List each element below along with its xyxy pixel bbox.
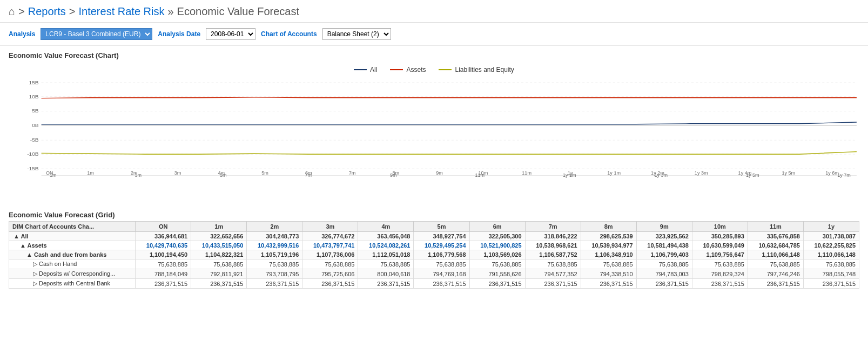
chart-svg: 15B 10B 5B 0B -5B -10B -15B ON 1m 2m 3m …	[9, 76, 859, 176]
row-value: 788,184,049	[136, 269, 191, 279]
analysis-date-label: Analysis Date	[158, 30, 200, 38]
row-value: 236,371,515	[469, 279, 525, 289]
row-value: 75,638,885	[469, 259, 525, 269]
svg-text:10B: 10B	[29, 94, 39, 99]
row-value: 793,708,795	[247, 269, 302, 279]
col-header-1y: 1y	[803, 222, 859, 232]
chart-area: All Assets Liabilities and Equity 15B 10…	[0, 62, 868, 208]
table-row: ▷ Deposits with Central Bank236,371,5152…	[9, 279, 859, 289]
row-value: 236,371,515	[247, 279, 302, 289]
x-label-mid-5: 5m	[220, 172, 227, 178]
row-value: 10,622,255,825	[803, 241, 859, 250]
row-value: 236,371,515	[191, 279, 247, 289]
row-value: 797,746,246	[748, 269, 803, 279]
legend-assets-label: Assets	[406, 66, 426, 74]
col-header-10m: 10m	[692, 222, 748, 232]
row-value: 798,829,324	[692, 269, 748, 279]
row-value: 75,638,885	[636, 259, 692, 269]
reports-link[interactable]: Reports	[28, 5, 66, 18]
svg-text:5B: 5B	[32, 108, 38, 114]
row-value: 75,638,885	[803, 259, 859, 269]
row-value: 792,811,921	[191, 269, 247, 279]
row-label: ▲ Assets	[9, 241, 136, 250]
svg-text:5m: 5m	[261, 171, 268, 176]
row-value: 795,725,606	[302, 269, 358, 279]
col-header-7m: 7m	[525, 222, 581, 232]
row-value: 326,774,672	[302, 232, 358, 241]
col-header-1m: 1m	[191, 222, 247, 232]
section-link[interactable]: Interest Rate Risk	[79, 5, 165, 18]
row-value: 10,429,740,635	[136, 241, 191, 250]
liabilities-line	[42, 152, 857, 155]
x-label-mid-1: 1m	[50, 172, 57, 178]
row-value: 794,783,003	[636, 269, 692, 279]
svg-text:3m: 3m	[174, 171, 181, 176]
svg-text:1y 1m: 1y 1m	[607, 171, 621, 176]
row-value: 1,100,194,450	[136, 250, 191, 259]
sep3: »	[167, 5, 173, 18]
table-row: ▷ Cash on Hand75,638,88575,638,88575,638…	[9, 259, 859, 269]
row-label: ▷ Deposits w/ Corresponding...	[9, 269, 136, 279]
row-value: 794,769,168	[414, 269, 469, 279]
row-value: 10,632,684,785	[748, 241, 803, 250]
row-value: 318,846,222	[525, 232, 581, 241]
chart-legend: All Assets Liabilities and Equity	[9, 64, 859, 76]
row-value: 798,055,748	[803, 269, 859, 279]
x-label-mid-1y1m: 1y 1m	[563, 172, 576, 178]
analysis-select[interactable]: LCR9 - Basel 3 Combined (EUR)	[41, 28, 152, 40]
svg-text:-15B: -15B	[27, 165, 38, 171]
toolbar: Analysis LCR9 - Basel 3 Combined (EUR) A…	[0, 23, 868, 46]
row-value: 800,040,618	[358, 269, 414, 279]
x-label-mid-3: 3m	[134, 172, 142, 178]
row-value: 1,107,736,006	[302, 250, 358, 259]
legend-all: All	[354, 66, 377, 74]
row-value: 1,103,569,026	[469, 250, 525, 259]
x-label-mid-1y5m: 1y 5m	[746, 172, 759, 178]
row-value: 10,432,999,516	[247, 241, 302, 250]
col-header-on: ON	[136, 222, 191, 232]
sep2: >	[69, 5, 76, 18]
svg-text:1y 3m: 1y 3m	[695, 171, 708, 176]
row-value: 363,456,048	[358, 232, 414, 241]
row-value: 236,371,515	[414, 279, 469, 289]
svg-text:11m: 11m	[522, 171, 531, 176]
row-value: 10,538,968,621	[525, 241, 581, 250]
row-label: ▷ Deposits with Central Bank	[9, 279, 136, 289]
all-line	[42, 122, 857, 124]
svg-text:15B: 15B	[29, 79, 39, 85]
x-label-mid-1y3m: 1y 3m	[654, 172, 668, 178]
col-header-8m: 8m	[581, 222, 636, 232]
coa-label: Chart of Accounts	[261, 30, 317, 38]
row-value: 75,638,885	[581, 259, 636, 269]
row-value: 1,106,348,910	[581, 250, 636, 259]
row-label: ▷ Cash on Hand	[9, 259, 136, 269]
row-value: 1,104,822,321	[191, 250, 247, 259]
svg-text:1y 5m: 1y 5m	[782, 171, 795, 176]
row-value: 301,738,087	[803, 232, 859, 241]
row-value: 75,638,885	[136, 259, 191, 269]
page-title: Economic Value Forecast	[177, 5, 299, 18]
coa-select[interactable]: Balance Sheet (2)	[322, 28, 391, 40]
table-row: ▲ All336,944,681322,652,656304,248,77332…	[9, 232, 859, 241]
svg-text:-10B: -10B	[27, 151, 38, 157]
row-value: 1,106,779,568	[414, 250, 469, 259]
row-value: 10,521,900,825	[469, 241, 525, 250]
x-label-mid-1y7m: 1y 7m	[837, 172, 851, 178]
home-icon[interactable]: ⌂	[9, 5, 15, 18]
row-value: 322,652,656	[191, 232, 247, 241]
row-value: 236,371,515	[692, 279, 748, 289]
x-label-mid-11: 11m	[475, 172, 485, 178]
row-value: 350,285,893	[692, 232, 748, 241]
analysis-label: Analysis	[9, 30, 35, 38]
row-value: 75,638,885	[692, 259, 748, 269]
row-value: 236,371,515	[803, 279, 859, 289]
row-value: 1,112,051,018	[358, 250, 414, 259]
grid-title: Economic Value Forecast (Grid)	[9, 211, 859, 221]
col-header-4m: 4m	[358, 222, 414, 232]
row-value: 323,925,562	[636, 232, 692, 241]
col-header-dim: DIM Chart of Accounts Cha...	[9, 222, 136, 232]
svg-text:0B: 0B	[32, 123, 38, 129]
analysis-date-select[interactable]: 2008-06-01	[206, 28, 255, 40]
col-header-5m: 5m	[414, 222, 469, 232]
row-value: 75,638,885	[247, 259, 302, 269]
